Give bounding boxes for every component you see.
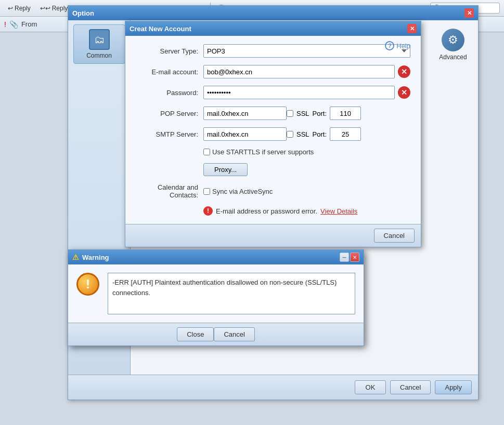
smtp-port-label: Port: — [313, 130, 327, 138]
ok-button[interactable]: OK — [355, 380, 386, 394]
apply-button[interactable]: Apply — [435, 380, 472, 394]
warning-titlebar-controls: ─ ✕ — [340, 253, 359, 262]
warning-close-button[interactable]: ✕ — [350, 253, 359, 262]
password-label: Password: — [136, 89, 203, 97]
warning-footer: Close Cancel — [68, 323, 364, 346]
create-account-title: Creat New Account — [130, 25, 191, 33]
pop-port-input[interactable] — [330, 107, 361, 120]
password-row: Password: ✕ — [136, 86, 410, 99]
create-account-cancel-button[interactable]: Cancel — [374, 229, 415, 243]
calendar-label: Calendar and Contacts: — [136, 183, 203, 199]
sync-checkbox[interactable] — [203, 188, 210, 195]
help-link[interactable]: ? Help — [385, 41, 410, 50]
error-row: ! E-mail address or password error. View… — [136, 206, 410, 216]
option-titlebar: Option ✕ — [68, 6, 478, 20]
pop-ssl-checkbox[interactable] — [287, 110, 293, 117]
server-type-label: Server Type: — [136, 47, 203, 55]
email-account-input[interactable] — [203, 65, 395, 78]
create-account-titlebar: Creat New Account ✕ — [125, 21, 421, 36]
warning-minimize-button[interactable]: ─ — [340, 253, 349, 262]
reply-button[interactable]: ↩ Reply — [4, 3, 34, 14]
warning-dialog: ⚠ Warning ─ ✕ ! -ERR [AUTH] Plaintext au… — [68, 249, 364, 346]
warning-title: Warning — [82, 254, 109, 261]
starttls-text: Use STARTTLS if server supports — [212, 148, 314, 156]
pop-server-row: POP Server: SSL Port: — [136, 107, 410, 120]
pop-ssl-group: SSL Port: — [287, 107, 361, 120]
advanced-label: Advanced — [439, 54, 467, 61]
warning-titlebar: ⚠ Warning ─ ✕ — [68, 250, 364, 264]
pop-port-label: Port: — [313, 110, 327, 117]
password-input[interactable] — [203, 86, 395, 99]
reply-all-icon: ↩↩ — [40, 5, 50, 12]
flag-icon: ! — [4, 20, 6, 29]
warning-close-btn[interactable]: Close — [177, 327, 214, 341]
option-footer: OK Cancel Apply — [68, 375, 478, 400]
attachment-icon: 📎 — [9, 20, 18, 29]
calendar-row: Calendar and Contacts: Sync via ActiveSy… — [136, 183, 410, 199]
view-details-link[interactable]: View Details — [320, 207, 357, 215]
warning-icon: ! — [76, 273, 99, 296]
password-clear-button[interactable]: ✕ — [398, 86, 410, 99]
pop-ssl-label: SSL — [296, 110, 309, 117]
proxy-row: Proxy... — [136, 163, 410, 176]
starttls-label[interactable]: Use STARTTLS if server supports — [203, 148, 314, 156]
starttls-checkbox[interactable] — [203, 149, 210, 155]
smtp-server-label: SMTP Server: — [136, 130, 203, 138]
sync-text: Sync via ActiveSync — [212, 188, 273, 195]
warning-body: ! -ERR [AUTH] Plaintext authentication d… — [68, 264, 364, 323]
option-title: Option — [72, 9, 94, 17]
pop-server-label: POP Server: — [136, 110, 203, 117]
starttls-row: Use STARTTLS if server supports — [136, 148, 410, 156]
sidebar-item-common[interactable]: 🗂 Common — [73, 24, 125, 64]
sidebar-item-advanced[interactable]: ⚙ Advanced — [432, 24, 474, 65]
error-icon: ! — [203, 206, 213, 216]
sidebar-common-label: Common — [86, 52, 112, 59]
pop-server-input[interactable] — [203, 107, 287, 120]
create-account-dialog: Creat New Account ✕ ? Help Server Type: … — [125, 21, 421, 247]
smtp-port-input[interactable] — [330, 127, 361, 141]
create-account-close-button[interactable]: ✕ — [407, 24, 417, 33]
smtp-ssl-checkbox[interactable] — [287, 131, 293, 138]
create-account-footer: Cancel — [125, 224, 421, 247]
warning-message: -ERR [AUTH] Plaintext authentication dis… — [112, 278, 337, 297]
email-account-label: E-mail account: — [136, 68, 203, 76]
from-label: From — [21, 20, 37, 28]
smtp-ssl-group: SSL Port: — [287, 127, 361, 141]
email-clear-button[interactable]: ✕ — [398, 65, 410, 78]
warning-icon-wrap: ! — [76, 273, 101, 298]
smtp-server-row: SMTP Server: SSL Port: — [136, 127, 410, 141]
server-type-select[interactable]: POP3 IMAP Exchange — [203, 44, 410, 58]
sync-label[interactable]: Sync via ActiveSync — [203, 188, 273, 195]
warning-message-box: -ERR [AUTH] Plaintext authentication dis… — [108, 273, 355, 314]
server-type-row: Server Type: POP3 IMAP Exchange — [136, 44, 410, 58]
reply-icon: ↩ — [8, 5, 13, 12]
smtp-server-input[interactable] — [203, 127, 287, 141]
smtp-ssl-label: SSL — [296, 130, 309, 138]
help-label: Help — [396, 42, 410, 50]
cancel-button[interactable]: Cancel — [390, 380, 431, 394]
help-icon: ? — [385, 41, 394, 50]
error-message: E-mail address or password error. — [216, 207, 317, 215]
warning-cancel-button[interactable]: Cancel — [214, 327, 254, 341]
advanced-icon: ⚙ — [442, 29, 464, 51]
proxy-button[interactable]: Proxy... — [203, 163, 248, 176]
common-icon: 🗂 — [89, 29, 110, 50]
dialog-body: ? Help Server Type: POP3 IMAP Exchange E… — [125, 36, 421, 224]
warning-title-icon: ⚠ — [72, 253, 79, 261]
email-account-row: E-mail account: ✕ — [136, 65, 410, 78]
option-close-button[interactable]: ✕ — [464, 8, 474, 18]
